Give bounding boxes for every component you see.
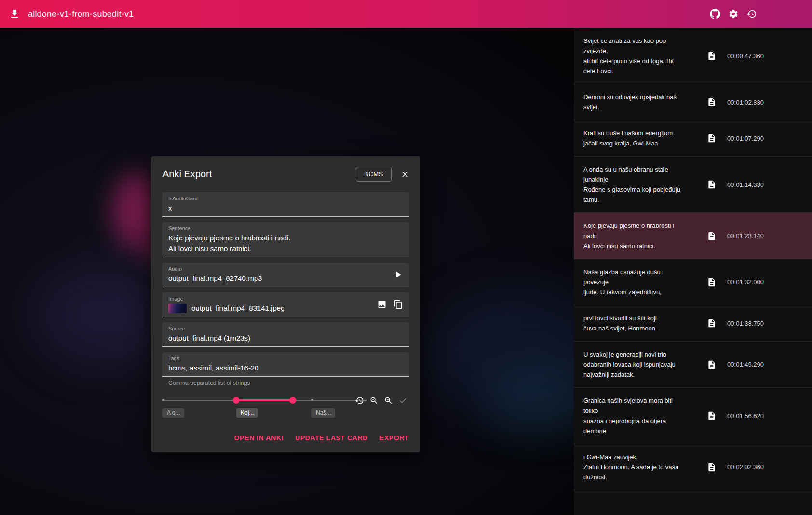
subtitle-row[interactable]: Svijet će znati za vas kao pop zvijezde,… — [574, 28, 812, 84]
slider-selected-range — [236, 399, 293, 401]
zoom-out-icon[interactable] — [383, 395, 394, 406]
file-icon — [707, 231, 717, 241]
file-icon — [707, 411, 717, 421]
timeline-slider — [162, 394, 409, 407]
field-label: Sentence — [168, 225, 403, 231]
audio-field[interactable]: Audio output_final.mp4_82740.mp3 — [162, 263, 409, 287]
file-icon — [707, 51, 717, 61]
subtitle-timestamp: 00:02:02.360 — [721, 463, 764, 471]
field-label: Audio — [168, 266, 403, 272]
file-icon — [707, 97, 717, 107]
subtitle-timestamp: 00:01:23.140 — [721, 232, 764, 239]
bcms-button[interactable]: BCMS — [356, 167, 392, 182]
is-audio-card-field[interactable]: IsAudioCard x — [162, 192, 409, 217]
field-value: x — [168, 203, 403, 213]
settings-gear-icon[interactable] — [727, 8, 740, 20]
export-button[interactable]: EXPORT — [375, 430, 414, 446]
field-label: Tags — [168, 356, 403, 361]
subtitle-row[interactable]: Granica naših svjetova mora biti toliko … — [574, 388, 812, 444]
subtitle-text: prvi lovci stvorili su štit koji čuva na… — [583, 313, 704, 333]
slider-handle-start[interactable] — [233, 397, 240, 404]
source-field[interactable]: Source output_final.mp4 (1m23s) — [162, 322, 409, 347]
dialog-header: Anki Export BCMS — [151, 156, 420, 192]
subtitle-timestamp: 00:01:07.290 — [721, 135, 764, 142]
subtitle-text: Koje pjevaju pjesme o hrabrosti i nadi. … — [583, 221, 704, 251]
image-field[interactable]: Image output_final.mp4_83141.jpeg — [162, 292, 409, 317]
tags-field[interactable]: Tags bcms, assimil, assimil-16-20 — [162, 352, 409, 377]
slider-handle-end[interactable] — [289, 397, 296, 404]
dialog-actions: OPEN IN ANKI UPDATE LAST CARD EXPORT — [151, 420, 420, 452]
subtitle-row[interactable]: prvi lovci stvorili su štit koji čuva na… — [574, 305, 812, 342]
subtitle-row[interactable]: i Gwi-Maa zauvijek. Zlatni Honmoon. A sa… — [574, 444, 812, 490]
slider-mark — [311, 399, 313, 401]
field-label: Source — [168, 326, 403, 331]
header-actions — [709, 0, 758, 28]
sentence-field[interactable]: Sentence Koje pjevaju pjesme o hrabrosti… — [162, 222, 409, 257]
video-purple-glow — [34, 269, 169, 365]
dialog-body: IsAudioCard x Sentence Koje pjevaju pjes… — [151, 192, 420, 420]
subtitle-row[interactable]: Krali su duše i našom energijom jačali s… — [574, 120, 812, 157]
subtitle-timestamp: 00:01:32.000 — [721, 278, 764, 286]
file-icon — [707, 180, 717, 189]
subtitle-timestamp: 00:00:47.360 — [721, 53, 764, 60]
app-window: alldone-v1-from-subedit-v1 Svijet će zna… — [0, 0, 812, 515]
copy-icon[interactable] — [392, 299, 404, 310]
subtitle-timestamp: 00:01:49.290 — [721, 361, 764, 368]
subtitle-row[interactable]: A onda su u našu obranu stale junakinje.… — [574, 157, 812, 213]
check-icon[interactable] — [397, 395, 409, 406]
file-icon — [707, 360, 717, 370]
subtitle-row[interactable]: U svakoj je generaciji novi trio odabran… — [574, 342, 812, 388]
field-value: output_final.mp4_82740.mp3 — [168, 273, 403, 284]
file-icon — [707, 133, 717, 143]
chip-next-subtitle[interactable]: Naš... — [311, 408, 335, 418]
field-label: IsAudioCard — [168, 196, 403, 201]
tags-helper-text: Comma-separated list of strings — [168, 380, 409, 386]
subtitle-text: U svakoj je generaciji novi trio odabran… — [583, 349, 704, 380]
update-last-card-button[interactable]: UPDATE LAST CARD — [290, 430, 373, 446]
anki-export-dialog: Anki Export BCMS IsAudioCard x Sentence … — [151, 156, 420, 452]
subtitle-text: Naša glazba osnažuje dušu i povezuje lju… — [583, 267, 704, 297]
subtitle-timestamp: 00:01:38.750 — [721, 320, 764, 327]
subtitle-text: Krali su duše i našom energijom jačali s… — [583, 128, 704, 148]
subtitle-text: i Gwi-Maa zauvijek. Zlatni Honmoon. A sa… — [583, 452, 704, 482]
github-icon[interactable] — [709, 8, 721, 20]
file-icon — [707, 318, 717, 328]
subtitle-row-selected[interactable]: Koje pjevaju pjesme o hrabrosti i nadi. … — [574, 213, 812, 259]
subtitle-timestamp: 00:01:56.620 — [721, 412, 764, 420]
close-icon[interactable] — [398, 168, 412, 181]
subtitle-timestamp: 00:01:02.830 — [721, 99, 764, 106]
dialog-title: Anki Export — [162, 169, 356, 180]
slider-mark — [162, 399, 164, 401]
play-icon[interactable] — [392, 268, 404, 281]
history-icon[interactable] — [745, 8, 758, 20]
top-app-bar: alldone-v1-from-subedit-v1 — [0, 0, 812, 28]
field-value: output_final.mp4_83141.jpeg — [191, 303, 285, 314]
image-thumbnail[interactable] — [168, 304, 187, 313]
subtitle-text: Svijet će znati za vas kao pop zvijezde,… — [583, 36, 704, 76]
subtitle-row[interactable]: Demoni su oduvijek opsjedali naš svijet.… — [574, 84, 812, 120]
file-icon — [707, 277, 717, 287]
field-label: Image — [168, 296, 403, 302]
zoom-in-icon[interactable] — [368, 395, 379, 406]
subtitle-text: Granica naših svjetova mora biti toliko … — [583, 396, 704, 436]
field-value: Koje pjevaju pjesme o hrabrosti i nadi. … — [168, 233, 403, 254]
chip-prev-subtitle[interactable]: A o... — [162, 408, 184, 418]
restore-history-icon[interactable] — [354, 395, 365, 406]
open-in-anki-button[interactable]: OPEN IN ANKI — [230, 430, 288, 446]
subtitle-row[interactable]: Naša glazba osnažuje dušu i povezuje lju… — [574, 259, 812, 305]
subtitle-chips: A o... Koj... Naš... — [162, 408, 409, 420]
subtitle-timestamp: 00:01:14.330 — [721, 181, 764, 188]
download-icon[interactable] — [8, 7, 21, 21]
file-icon — [707, 462, 717, 472]
chip-current-subtitle[interactable]: Koj... — [236, 408, 258, 418]
field-value: bcms, assimil, assimil-16-20 — [168, 363, 403, 373]
subtitle-list: Svijet će znati za vas kao pop zvijezde,… — [574, 28, 812, 515]
project-title: alldone-v1-from-subedit-v1 — [28, 9, 134, 19]
subtitle-text: A onda su u našu obranu stale junakinje.… — [583, 164, 704, 205]
subtitle-text: Demoni su oduvijek opsjedali naš svijet. — [583, 92, 704, 112]
field-value: output_final.mp4 (1m23s) — [168, 333, 403, 343]
image-icon[interactable] — [376, 299, 388, 310]
